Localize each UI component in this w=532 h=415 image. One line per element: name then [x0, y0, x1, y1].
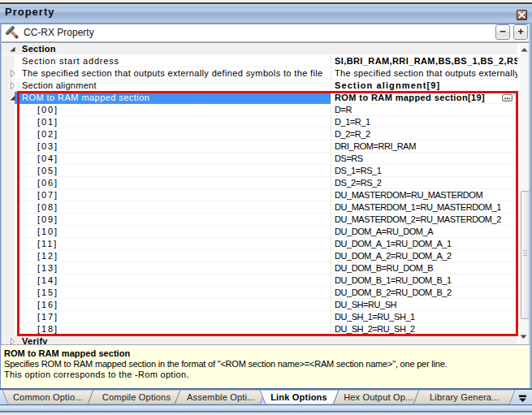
svg-text:Compile Options: Compile Options — [102, 392, 171, 402]
svg-text:Hex Output Op...: Hex Output Op... — [344, 392, 413, 402]
svg-text:Link Options: Link Options — [270, 392, 327, 402]
svg-text:Library Genera...: Library Genera... — [430, 392, 500, 402]
svg-text:Common Optio...: Common Optio... — [13, 392, 83, 402]
svg-text:Assemble Opti...: Assemble Opti... — [187, 392, 255, 402]
